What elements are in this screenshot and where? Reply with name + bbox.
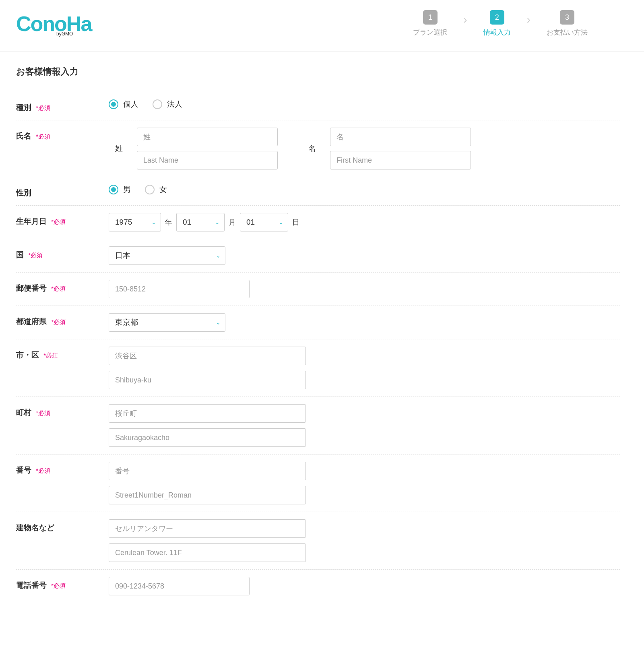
step-2-label: 情報入力: [483, 28, 511, 37]
step-3-box: 3: [560, 10, 574, 25]
label-city: 市・区 *必須: [16, 347, 109, 360]
type-radio-group: 個人 法人: [109, 99, 182, 109]
radio-icon: [109, 185, 118, 194]
year-unit: 年: [165, 217, 172, 227]
building-en-input[interactable]: [109, 543, 306, 562]
row-prefecture: 都道府県 *必須 東京都 ⌄: [16, 306, 620, 339]
row-name: 氏名 *必須 姓 名: [16, 120, 620, 177]
radio-label: 女: [159, 184, 167, 195]
required-marker: *必須: [36, 409, 50, 416]
step-info: 2 情報入力: [483, 10, 511, 37]
required-marker: *必須: [28, 252, 43, 258]
page-title: お客様情報入力: [16, 66, 620, 78]
radio-icon: [145, 185, 155, 194]
required-marker: *必須: [51, 285, 66, 292]
logo-subtext: byGMO: [56, 31, 73, 36]
step-2-box: 2: [490, 10, 504, 25]
required-marker: *必須: [43, 352, 58, 359]
radio-female[interactable]: 女: [145, 184, 167, 195]
progress-steps: 1 プラン選択 › 2 情報入力 › 3 お支払い方法: [413, 10, 588, 37]
form-container: お客様情報入力 種別 *必須 個人 法人 氏名 *必須: [0, 52, 636, 617]
label-prefecture: 都道府県 *必須: [16, 313, 109, 327]
label-building: 建物名など: [16, 519, 109, 533]
row-gender: 性別 男 女: [16, 177, 620, 206]
logo-text: ConoHa: [16, 12, 91, 35]
radio-corporate[interactable]: 法人: [153, 99, 182, 109]
gender-radio-group: 男 女: [109, 184, 167, 195]
radio-male[interactable]: 男: [109, 184, 131, 195]
label-birthdate: 生年月日 *必須: [16, 213, 109, 227]
row-postal: 郵便番号 *必須: [16, 273, 620, 306]
label-name: 氏名 *必須: [16, 128, 109, 141]
step-1-label: プラン選択: [413, 28, 447, 37]
month-select[interactable]: 01: [176, 213, 225, 231]
label-type: 種別 *必須: [16, 99, 109, 113]
city-en-input[interactable]: [109, 371, 306, 389]
label-gender: 性別: [16, 184, 109, 198]
label-sei: 姓: [109, 143, 129, 154]
required-marker: *必須: [36, 104, 50, 111]
chevron-right-icon: ›: [527, 13, 530, 26]
day-unit: 日: [292, 217, 299, 227]
step-payment: 3 お支払い方法: [547, 10, 588, 37]
step-3-label: お支払い方法: [547, 28, 588, 37]
phone-input[interactable]: [109, 577, 250, 595]
required-marker: *必須: [36, 133, 50, 140]
year-select[interactable]: 1975: [109, 213, 161, 231]
radio-icon: [153, 99, 162, 109]
label-street: 番号 *必須: [16, 462, 109, 475]
step-plan: 1 プラン選択: [413, 10, 447, 37]
lastname-jp-input[interactable]: [137, 128, 278, 146]
row-city: 市・区 *必須: [16, 339, 620, 397]
row-country: 国 *必須 日本 ⌄: [16, 239, 620, 273]
month-unit: 月: [229, 217, 236, 227]
radio-label: 法人: [167, 99, 182, 109]
required-marker: *必須: [36, 467, 50, 474]
country-select[interactable]: 日本: [109, 246, 225, 265]
row-building: 建物名など: [16, 512, 620, 570]
town-jp-input[interactable]: [109, 404, 306, 423]
chevron-right-icon: ›: [463, 13, 467, 26]
label-postal: 郵便番号 *必須: [16, 280, 109, 293]
row-type: 種別 *必須 個人 法人: [16, 92, 620, 120]
row-town: 町村 *必須: [16, 397, 620, 454]
row-birthdate: 生年月日 *必須 1975 ⌄ 年 01 ⌄ 月 01 ⌄ 日: [16, 206, 620, 239]
logo: ConoHa byGMO: [16, 13, 91, 34]
required-marker: *必須: [51, 218, 66, 225]
street-jp-input[interactable]: [109, 462, 306, 480]
label-town: 町村 *必須: [16, 404, 109, 418]
town-en-input[interactable]: [109, 428, 306, 447]
label-mei: 名: [302, 143, 322, 154]
header: ConoHa byGMO 1 プラン選択 › 2 情報入力 › 3 お支払い方法: [0, 0, 644, 52]
label-country: 国 *必須: [16, 246, 109, 260]
row-phone: 電話番号 *必須: [16, 570, 620, 603]
radio-individual[interactable]: 個人: [109, 99, 138, 109]
row-street: 番号 *必須: [16, 454, 620, 512]
street-en-input[interactable]: [109, 486, 306, 504]
postal-input[interactable]: [109, 280, 250, 298]
required-marker: *必須: [51, 582, 66, 589]
day-select[interactable]: 01: [240, 213, 288, 231]
required-marker: *必須: [51, 318, 66, 325]
firstname-en-input[interactable]: [330, 151, 471, 169]
radio-icon: [109, 99, 118, 109]
radio-label: 男: [123, 184, 131, 195]
step-1-box: 1: [423, 10, 438, 25]
city-jp-input[interactable]: [109, 347, 306, 365]
firstname-jp-input[interactable]: [330, 128, 471, 146]
label-phone: 電話番号 *必須: [16, 577, 109, 591]
lastname-en-input[interactable]: [137, 151, 278, 169]
building-jp-input[interactable]: [109, 519, 306, 538]
radio-label: 個人: [123, 99, 138, 109]
prefecture-select[interactable]: 東京都: [109, 313, 225, 332]
